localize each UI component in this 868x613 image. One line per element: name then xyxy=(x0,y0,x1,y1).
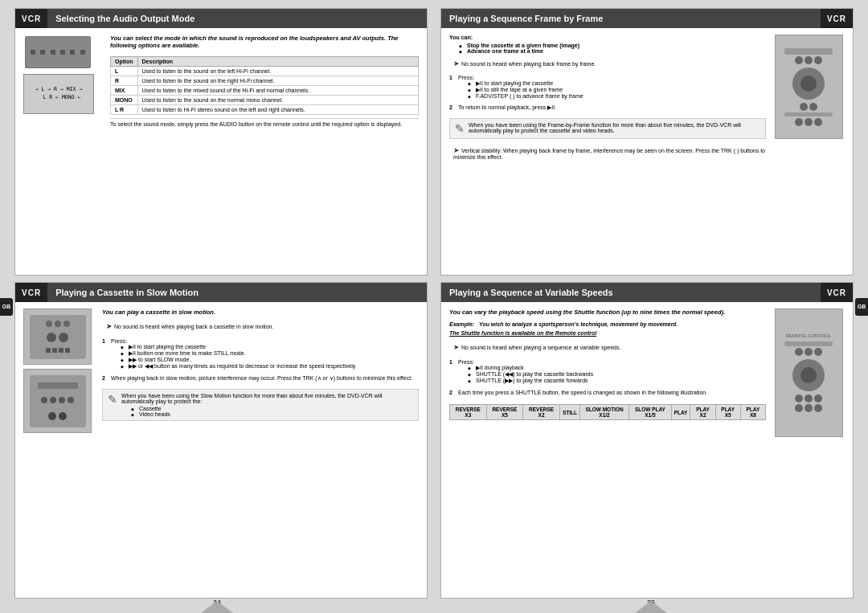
frame-text-col: You can: Stop the cassette at a given fr… xyxy=(449,35,766,268)
vcr-btn-4 xyxy=(60,50,65,55)
remote-detail-1 xyxy=(784,48,833,55)
bullet-3: ▶▶ to start SLOW mode. xyxy=(121,357,355,363)
step-1: 1 Press: ▶II to start playing the casset… xyxy=(102,338,419,370)
slow-note-box: ✎ When you have been using the Slow Moti… xyxy=(102,389,419,421)
col-option: Option xyxy=(111,57,138,67)
variable-remote-btn-g xyxy=(795,404,803,412)
remote-btn-h xyxy=(814,118,822,126)
audio-images: → L → R → MIX → L R ← MONO ← xyxy=(23,35,104,268)
desc-r: Used to listen to the sound on the right… xyxy=(137,76,418,86)
frame-vcr-badge: VCR xyxy=(821,9,853,28)
note-text: When you have been using the Slow Motion… xyxy=(121,393,413,404)
remote-image xyxy=(775,35,843,139)
device-image-1 xyxy=(23,309,92,365)
step-1-label: Press: xyxy=(111,338,355,344)
shuttle-col-1: REVERSE X3 xyxy=(450,405,487,420)
variable-remote-detail-1 xyxy=(784,341,833,346)
note-bullet-1: Cassette xyxy=(131,406,413,411)
frame-step-2: 2 To return to normal playback, press ▶I… xyxy=(449,104,766,111)
audio-options-table: Option Description L Used to listen to t… xyxy=(110,56,419,115)
vcr-front-image xyxy=(25,36,91,68)
variable-step-2-num: 2 xyxy=(449,390,456,395)
shuttle-col-6: SLOW PLAY X1/5 xyxy=(629,405,672,420)
slow-motion-content: You can play a cassette in slow motion. … xyxy=(15,302,427,598)
shuttle-header-row: REVERSE X3 REVERSE X5 REVERSE X2 STILL S… xyxy=(450,405,766,420)
vcr-btn-2 xyxy=(40,50,45,55)
option-lr: L R xyxy=(111,105,138,115)
variable-remote-btn-row-1 xyxy=(795,348,822,356)
page: GB VCR Selecting the Audio Output Mode xyxy=(0,0,868,613)
example-label: Example: xyxy=(449,321,474,327)
variable-bullet-1: ▶II during playback xyxy=(468,365,593,371)
variable-step-1-bullets: ▶II during playback SHUTTLE (◀◀) to play… xyxy=(468,365,593,384)
remote-btn-row-2 xyxy=(800,103,817,111)
shuttle-col-10: PLAY X8 xyxy=(740,405,765,420)
frame-content: You can: Stop the cassette at a given fr… xyxy=(441,28,853,275)
you-can-bullet-1: Stop the cassette at a given frame (imag… xyxy=(459,43,766,48)
variable-bullet-3: SHUTTLE (▶▶) to play the cassette forwar… xyxy=(468,378,593,384)
frame-title: Playing a Sequence Frame by Frame xyxy=(441,14,821,23)
remote-btn-row-1 xyxy=(795,56,822,64)
variable-step-1-label: Press: xyxy=(458,359,593,365)
frame-no-sound: ➤ No sound is heard when playing back fr… xyxy=(449,59,766,67)
frame-step-1: 1 Press: ▶II to start playing the casset… xyxy=(449,75,766,99)
variable-remote-btn-i xyxy=(814,404,822,412)
variable-content: You can vary the playback speed using th… xyxy=(441,302,853,598)
desc-mix: Used to listen to the mixed sound of the… xyxy=(137,86,418,96)
frame-bullet-2: ▶II to still the tape at a given frame xyxy=(468,87,583,93)
step-2: 2 When playing back in slow motion, pict… xyxy=(102,375,419,382)
frame-note-box-1: ✎ When you have been using the Frame-by-… xyxy=(449,118,766,139)
shuttle-col-2: REVERSE X5 xyxy=(486,405,523,420)
shuttle-col-9: PLAY X5 xyxy=(715,405,740,420)
step-1-num: 1 xyxy=(102,338,108,370)
remote-btn-a xyxy=(795,56,803,64)
vcr-btn-5 xyxy=(70,50,75,55)
you-can-label: You can: xyxy=(449,35,766,40)
step-1-bullets: ▶II to start playing the cassette ▶II bu… xyxy=(121,344,355,370)
option-mono: MONO xyxy=(111,96,138,105)
remote-circle xyxy=(792,67,825,100)
variable-intro: You can vary the playback speed using th… xyxy=(449,309,766,316)
variable-remote-inner xyxy=(800,367,817,383)
frame-note-icon-1: ✎ xyxy=(455,122,465,135)
variable-text-col: You can vary the playback speed using th… xyxy=(449,309,766,591)
audio-diagram: → L → R → MIX → L R ← MONO ← xyxy=(23,74,94,114)
shuttle-table: REVERSE X3 REVERSE X5 REVERSE X2 STILL S… xyxy=(449,404,766,420)
variable-device-col: REMOTE CONTROL xyxy=(772,309,845,591)
device-image-2 xyxy=(23,369,92,433)
shuttle-col-3: REVERSE X2 xyxy=(523,405,560,420)
step-2-num: 2 xyxy=(102,375,108,382)
frame-step-1-bullets: ▶II to start playing the cassette ▶II to… xyxy=(468,80,583,99)
audio-section: VCR Selecting the Audio Output Mode → xyxy=(14,8,428,276)
frame-bullet-1: ▶II to start playing the cassette xyxy=(468,80,583,87)
frame-section: VCR Playing a Sequence Frame by Frame Yo… xyxy=(440,8,854,276)
col-description: Description xyxy=(137,57,418,67)
variable-no-sound: ➤ No sound is heard when playing a seque… xyxy=(449,343,766,351)
remote-btn-g xyxy=(805,118,813,126)
variable-remote-btn-f xyxy=(814,394,822,403)
audio-vcr-badge: VCR xyxy=(15,9,47,28)
option-r: R xyxy=(111,76,138,86)
table-row: MONO Used to listen to the sound on the … xyxy=(111,96,419,105)
audio-bottom-note: To select the sound mode, simply press t… xyxy=(110,118,419,127)
remote-btn-row-3 xyxy=(795,118,822,126)
vcr-btn-3 xyxy=(51,50,55,55)
shuttle-note: The Shuttle function is available on the… xyxy=(449,330,766,336)
vcr-btn-1 xyxy=(31,50,35,55)
slow-motion-title: Playing a Cassette in Slow Motion xyxy=(47,288,427,297)
frame-note-text-1: When you have been using the Frame-by-Fr… xyxy=(469,122,760,135)
variable-step-2-text: Each time you press a SHUTTLE button, th… xyxy=(458,390,707,395)
note-bullet-2: Video heads xyxy=(131,411,413,417)
remote-btn-b xyxy=(805,56,813,64)
note-icon: ✎ xyxy=(108,393,117,417)
step-2-text: When playing back in slow motion, pictur… xyxy=(111,375,412,382)
frame-step-1-num: 1 xyxy=(449,75,456,99)
note-bullets: Cassette Video heads xyxy=(131,406,413,417)
slow-motion-images xyxy=(23,309,96,591)
variable-remote-circle xyxy=(792,359,825,391)
remote-btn-d xyxy=(800,103,808,111)
audio-intro: You can select the mode in which the sou… xyxy=(110,35,419,49)
right-page: GB VCR Playing a Sequence Frame by Frame… xyxy=(434,0,868,613)
gb-badge-right: GB xyxy=(855,298,868,316)
left-page: GB VCR Selecting the Audio Output Mode xyxy=(0,0,434,613)
